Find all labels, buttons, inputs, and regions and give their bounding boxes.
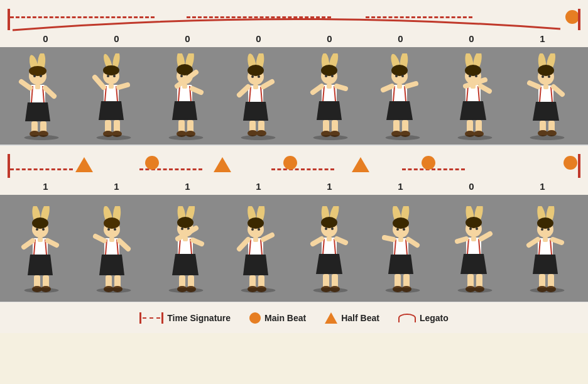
svg-point-158 xyxy=(114,228,116,231)
figure-4 xyxy=(228,50,288,141)
numbers-row-1: 0 0 0 0 0 0 0 1 xyxy=(8,33,580,44)
svg-line-133 xyxy=(530,83,538,87)
char-svg-b6 xyxy=(375,206,430,294)
svg-line-100 xyxy=(407,84,416,86)
figure-8 xyxy=(517,50,577,141)
svg-point-20 xyxy=(103,65,119,75)
svg-point-38 xyxy=(180,75,183,77)
svg-marker-128 xyxy=(533,102,559,121)
svg-point-140 xyxy=(36,228,38,231)
svg-marker-247 xyxy=(460,254,487,274)
svg-marker-145 xyxy=(28,255,53,275)
legato-icon xyxy=(398,314,416,322)
dashed-2-3 xyxy=(271,168,334,170)
svg-line-252 xyxy=(457,239,466,241)
svg-point-56 xyxy=(258,75,260,78)
char-svg-8 xyxy=(520,53,575,141)
shadow-2 xyxy=(96,135,131,140)
char-svg-b4 xyxy=(231,206,286,294)
svg-marker-77 xyxy=(317,101,342,120)
svg-rect-135 xyxy=(543,84,548,89)
char-svg-6 xyxy=(375,53,430,141)
num2-3: 1 xyxy=(155,181,220,192)
half-beat-icon xyxy=(325,312,337,324)
figure-2 xyxy=(84,50,143,141)
half-beat-label: Half Beat xyxy=(341,313,379,323)
svg-point-90 xyxy=(401,75,404,77)
svg-point-73 xyxy=(331,75,334,77)
svg-line-99 xyxy=(383,86,392,90)
svg-line-150 xyxy=(24,241,33,247)
char-svg-b1 xyxy=(14,206,69,294)
svg-point-243 xyxy=(476,228,478,230)
legend-legato: Legato xyxy=(398,313,449,323)
svg-line-218 xyxy=(313,239,322,244)
figure-1 xyxy=(11,50,71,141)
half-beat-5 xyxy=(352,157,369,172)
svg-marker-94 xyxy=(386,101,413,120)
svg-marker-196 xyxy=(243,255,268,275)
svg-point-224 xyxy=(393,217,409,229)
shadow-b5 xyxy=(313,288,347,293)
bar-marker-right xyxy=(578,9,580,30)
char-svg-5 xyxy=(303,53,358,141)
svg-point-5 xyxy=(40,75,42,77)
svg-point-209 xyxy=(331,228,334,230)
svg-line-14 xyxy=(21,82,30,88)
numbers-row-2: 1 1 1 1 1 1 0 1 xyxy=(8,181,580,192)
svg-line-269 xyxy=(529,239,538,245)
svg-point-72 xyxy=(325,75,327,77)
svg-line-253 xyxy=(481,234,490,239)
svg-point-139 xyxy=(32,217,48,229)
svg-rect-33 xyxy=(109,84,114,89)
half-beat-3 xyxy=(214,157,231,172)
svg-point-22 xyxy=(113,75,116,77)
shadow-b4 xyxy=(241,288,275,293)
svg-point-192 xyxy=(258,228,260,231)
svg-line-235 xyxy=(384,238,393,239)
shadow-4 xyxy=(241,135,275,140)
svg-line-31 xyxy=(95,77,104,87)
svg-marker-162 xyxy=(99,255,124,275)
num-0-6: 0 xyxy=(368,33,433,44)
svg-line-151 xyxy=(48,241,57,245)
char-svg-b2 xyxy=(86,206,141,294)
num-0-5: 0 xyxy=(297,33,362,44)
time-sig-dash xyxy=(143,317,160,319)
main-beat-4 xyxy=(283,156,297,170)
figure-b8 xyxy=(517,203,577,294)
svg-line-117 xyxy=(481,86,489,91)
timeline-row-2: 1 1 1 1 1 1 0 1 xyxy=(0,145,588,195)
svg-rect-203 xyxy=(253,237,258,242)
shadow-b8 xyxy=(530,288,564,293)
num2-7: 0 xyxy=(438,181,504,192)
svg-point-157 xyxy=(107,228,110,231)
svg-rect-101 xyxy=(397,84,402,89)
svg-point-55 xyxy=(251,75,254,78)
svg-line-168 xyxy=(119,241,128,249)
svg-point-226 xyxy=(403,228,405,231)
svg-point-190 xyxy=(248,217,264,229)
svg-point-207 xyxy=(321,217,337,228)
char-svg-7 xyxy=(447,53,503,141)
svg-point-156 xyxy=(104,217,120,229)
char-svg-b3 xyxy=(158,206,214,294)
figure-b3 xyxy=(156,203,215,294)
svg-line-82 xyxy=(313,86,322,92)
svg-line-167 xyxy=(95,236,104,241)
num-0-1: 0 xyxy=(13,33,79,44)
legend-half-beat: Half Beat xyxy=(325,312,379,324)
svg-point-258 xyxy=(537,217,553,229)
main-beat-icon xyxy=(249,312,261,324)
svg-point-225 xyxy=(396,228,399,231)
svg-rect-186 xyxy=(183,236,188,241)
time-sig-bar-right xyxy=(161,312,163,324)
frames-row-1 xyxy=(0,47,588,145)
time-signature-label: Time Signature xyxy=(167,313,231,323)
svg-point-241 xyxy=(466,217,482,228)
svg-line-65 xyxy=(239,87,248,95)
main-container: 0 0 0 0 0 0 0 1 xyxy=(0,0,588,384)
svg-marker-43 xyxy=(172,101,197,120)
shadow-b1 xyxy=(24,288,58,293)
svg-point-191 xyxy=(251,228,254,231)
